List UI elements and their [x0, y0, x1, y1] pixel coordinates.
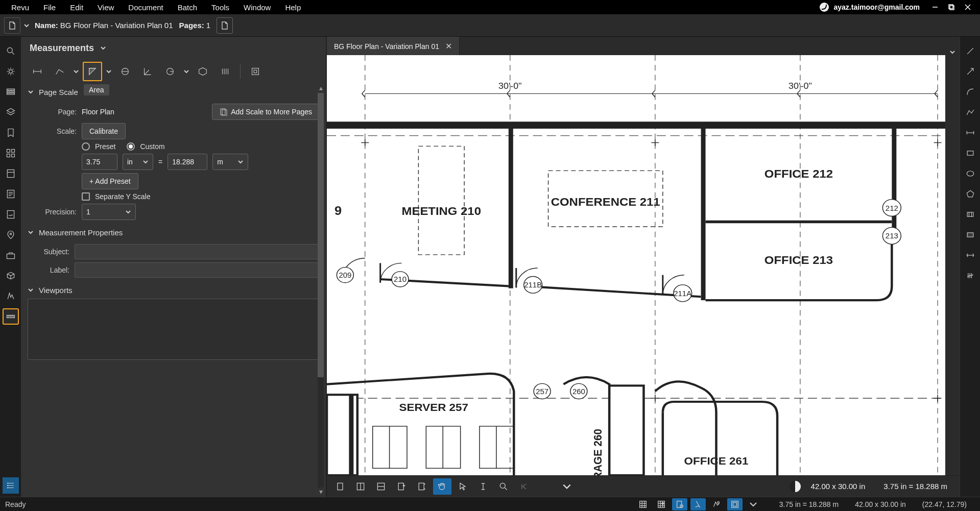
angle-tool[interactable] — [138, 62, 157, 81]
equals-sign: = — [158, 158, 162, 166]
menu-revu[interactable]: Revu — [4, 3, 36, 12]
first-page[interactable] — [515, 478, 533, 495]
split-horizontal-view[interactable] — [372, 478, 390, 495]
bookmark-icon[interactable] — [3, 125, 19, 141]
tab-dropdown[interactable] — [945, 49, 960, 55]
polylength-dropdown[interactable] — [73, 68, 80, 75]
select-tool[interactable] — [453, 478, 472, 495]
page-nav-dropdown[interactable] — [558, 478, 576, 495]
calibrate-button[interactable]: Calibrate — [82, 123, 126, 139]
polylength-right-icon[interactable] — [963, 207, 978, 222]
polylength-tool[interactable] — [50, 62, 69, 81]
panel-scrollbar[interactable]: ▴ ▾ — [317, 84, 325, 497]
polyline-tool-icon[interactable] — [963, 105, 978, 120]
document-tab[interactable]: BG Floor Plan - Variation Plan 01 ✕ — [327, 37, 460, 55]
open-doc-dropdown[interactable] — [22, 22, 31, 29]
search-icon[interactable] — [3, 43, 19, 59]
area-tool[interactable]: Area — [83, 62, 102, 81]
reuse-toggle[interactable] — [709, 498, 724, 510]
perimeter-icon[interactable] — [963, 248, 978, 263]
custom-radio[interactable] — [127, 142, 135, 151]
add-scale-button[interactable]: Add Scale to More Pages — [212, 104, 320, 120]
sync-toggle[interactable] — [727, 498, 743, 510]
tab-close-icon[interactable]: ✕ — [445, 41, 452, 51]
preset-radio[interactable] — [82, 142, 90, 151]
grid-toggle[interactable] — [635, 498, 651, 510]
menu-edit[interactable]: Edit — [63, 3, 90, 12]
menu-file[interactable]: File — [36, 3, 63, 12]
volume-tool[interactable] — [193, 62, 212, 81]
arrow-tool-icon[interactable] — [963, 64, 978, 79]
menu-window[interactable]: Window — [236, 3, 278, 12]
grid-icon[interactable] — [3, 145, 19, 161]
quantity-icon[interactable] — [3, 288, 19, 304]
label-input[interactable] — [75, 262, 320, 278]
user-email[interactable]: ayaz.taimoor@gmail.com — [834, 3, 920, 11]
snap-content-toggle[interactable] — [672, 498, 687, 510]
gear-icon[interactable] — [3, 63, 19, 80]
snap-markup-toggle[interactable] — [690, 498, 706, 510]
layers-icon[interactable] — [3, 104, 19, 120]
properties-icon[interactable] — [3, 186, 19, 202]
text-select-tool[interactable] — [474, 478, 492, 495]
rectangle-tool-icon[interactable] — [963, 145, 978, 161]
length-tool[interactable] — [28, 62, 47, 81]
arc-tool-icon[interactable] — [963, 84, 978, 100]
panel-dropdown-icon[interactable] — [100, 43, 106, 54]
open-doc-button[interactable] — [4, 17, 20, 34]
minimize-button[interactable] — [927, 2, 943, 12]
count-right-icon[interactable] — [963, 268, 978, 283]
close-button[interactable] — [960, 2, 976, 12]
menu-tools[interactable]: Tools — [204, 3, 236, 12]
menu-help[interactable]: Help — [278, 3, 308, 12]
measurements-icon[interactable] — [3, 308, 19, 325]
signatures-icon[interactable] — [3, 206, 19, 223]
viewports-collapse[interactable] — [28, 286, 34, 295]
single-page-view[interactable] — [331, 478, 349, 495]
page-add-view[interactable] — [392, 478, 411, 495]
status-size: 42.00 x 30.00 in — [855, 500, 906, 508]
menu-document[interactable]: Document — [121, 3, 170, 12]
new-page-button[interactable] — [217, 17, 233, 34]
line-tool-icon[interactable] — [963, 43, 978, 59]
dimension-tool-icon[interactable] — [963, 125, 978, 140]
ellipse-tool-icon[interactable] — [963, 166, 978, 181]
precision-select[interactable]: 1 — [82, 204, 136, 220]
scale-in-value-input[interactable] — [82, 154, 117, 170]
form-icon[interactable] — [3, 165, 19, 182]
toolbox-icon[interactable] — [3, 247, 19, 263]
radius-tool[interactable] — [160, 62, 180, 81]
sync-dropdown[interactable] — [746, 498, 761, 510]
snap-grid-toggle[interactable] — [654, 498, 669, 510]
menu-view[interactable]: View — [90, 3, 121, 12]
location-icon[interactable] — [3, 227, 19, 243]
scale-out-unit-select[interactable]: m — [212, 154, 248, 170]
3d-icon[interactable] — [3, 267, 19, 284]
scale-out-value-input[interactable] — [168, 154, 207, 170]
polygon-tool-icon[interactable] — [963, 186, 978, 202]
thumbnails-icon[interactable] — [3, 84, 19, 100]
split-vertical-view[interactable] — [351, 478, 370, 495]
measurement-props-collapse[interactable] — [28, 229, 34, 237]
radius-dropdown[interactable] — [183, 68, 190, 75]
diameter-tool[interactable] — [115, 62, 135, 81]
cutout-tool[interactable] — [246, 62, 265, 81]
pan-tool[interactable] — [433, 478, 451, 495]
area-dropdown[interactable] — [105, 68, 112, 75]
dimmer-icon[interactable] — [790, 481, 801, 492]
area-right-icon[interactable] — [963, 227, 978, 242]
panel-toggle-button[interactable] — [3, 477, 19, 494]
page-fit-view[interactable] — [413, 478, 431, 495]
viewports-list[interactable] — [28, 299, 320, 360]
maximize-button[interactable] — [943, 2, 960, 12]
add-preset-button[interactable]: + Add Preset — [82, 173, 138, 189]
page-scale-collapse[interactable] — [28, 88, 34, 96]
drawing-canvas[interactable]: 30'-0" 30'-0" — [327, 55, 960, 475]
separate-y-checkbox[interactable] — [82, 192, 90, 201]
zoom-tool[interactable] — [494, 478, 513, 495]
subject-input[interactable] — [75, 244, 320, 259]
scale-in-unit-select[interactable]: in — [123, 154, 153, 170]
svg-text:209: 209 — [339, 272, 351, 279]
count-tool[interactable] — [216, 62, 235, 81]
menu-batch[interactable]: Batch — [171, 3, 204, 12]
